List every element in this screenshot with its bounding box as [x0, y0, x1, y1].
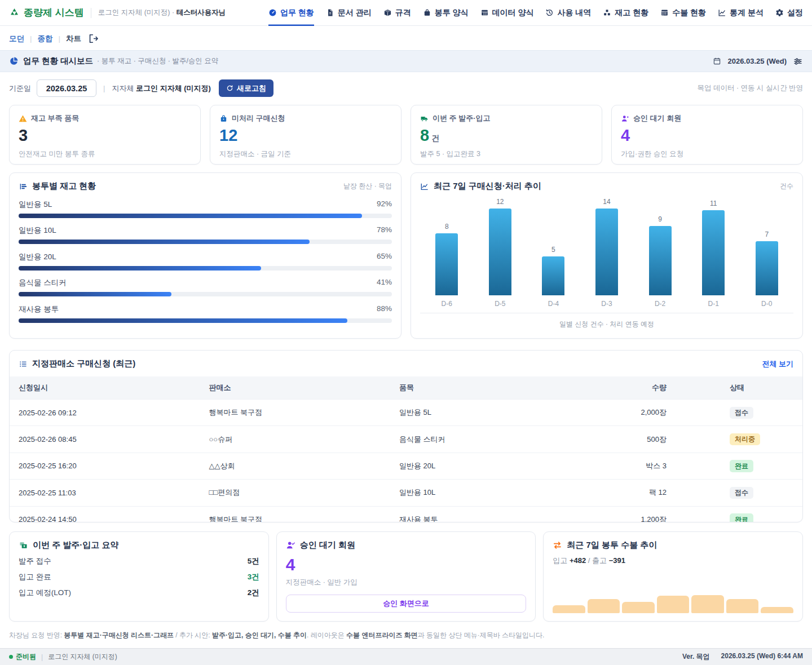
nav-item-bag-form[interactable]: 봉투 양식 [423, 0, 469, 26]
stock-row: 일반용 10L78% [19, 225, 392, 244]
trend-x-label: D-6 [420, 300, 474, 308]
trend-value-label: 7 [765, 230, 769, 238]
nav-item-document-management[interactable]: 문서 관리 [326, 0, 372, 26]
transfer-sparkline [553, 594, 793, 613]
app-logo[interactable]: 종량제 시스템 [9, 6, 84, 19]
stock-percent: 78% [377, 225, 392, 236]
recycle-icon [9, 7, 20, 18]
trend-value-label: 14 [603, 198, 610, 206]
footer-note: 차장님 요청 반영: 봉투별 재고·구매신청 리스트·그래프 / 추가 시안: … [9, 622, 803, 648]
sliders-icon[interactable] [793, 56, 803, 66]
status-badge: 완료 [730, 460, 753, 472]
stock-track [19, 266, 392, 271]
nav-item-data-form[interactable]: 데이터 양식 [480, 0, 534, 26]
transfer-bar [553, 605, 585, 613]
trend-value-label: 9 [658, 215, 662, 223]
swap-arrows-icon [553, 540, 562, 550]
cell-item: 일반용 5L [390, 400, 597, 426]
list-icon [19, 360, 28, 369]
truck-icon [420, 114, 429, 123]
transfer-title: 최근 7일 봉투 수불 추이 [567, 540, 657, 551]
org-label: 지자체 [112, 84, 134, 92]
view-separator: | [30, 34, 32, 43]
stat-card-title: 승인 대기 회원 [633, 113, 681, 123]
trend-bar [756, 241, 778, 295]
trend-x-label: D-4 [527, 300, 580, 308]
trend-unit-label: 건수 [780, 181, 793, 191]
nav-item-statistics[interactable]: 통계 분석 [718, 0, 764, 26]
stock-label: 일반용 10L [19, 225, 56, 236]
column-header: 상태 [676, 376, 802, 400]
table-header-row: 신청일시판매소품목수량상태 [10, 376, 802, 400]
org-info: 지자체 로그인 지자체 (미지정) [112, 83, 211, 94]
column-header: 신청일시 [10, 376, 200, 400]
user-check-icon [286, 540, 295, 550]
document-icon [326, 8, 334, 17]
header-divider [91, 8, 91, 18]
trend-caption: 일별 신청 건수 · 처리 연동 예정 [420, 320, 793, 329]
account-separator: · [170, 8, 176, 16]
account-info: 로그인 지자체 (미지정) · 테스터사용자님 [98, 8, 226, 17]
cell-item: 음식물 스티커 [390, 426, 597, 453]
cell-datetime: 2025-02-25 16:20 [10, 453, 200, 479]
base-date-input[interactable] [37, 79, 96, 97]
column-header: 판매소 [200, 376, 390, 400]
status-datetime: 2026.03.25 (Wed) 6:44 AM [721, 652, 803, 662]
ledger-icon [660, 8, 669, 17]
transfer-bar [726, 599, 759, 613]
nav-item-transfer-status[interactable]: 수불 현황 [660, 0, 706, 26]
view-link-modern[interactable]: 모던 [9, 34, 24, 44]
trend-bar [489, 209, 511, 295]
trend-column: 5 [527, 246, 580, 295]
cell-item: 재사용 봉투 [390, 506, 597, 522]
cell-store: ○○슈퍼 [200, 426, 390, 453]
cell-qty: 박스 3 [596, 453, 676, 479]
stock-bar [19, 214, 362, 218]
nav-item-usage-history[interactable]: 사용 내역 [545, 0, 591, 26]
table-row: 2025-02-24 14:50행복마트 북구점재사용 봉투1,200장완료 [10, 506, 802, 522]
view-link-chart[interactable]: 차트 [66, 34, 81, 44]
filter-divider: | [103, 84, 105, 92]
chart-panels: 봉투별 재고 현황 낱장 환산 · 목업 일반용 5L92%일반용 10L78%… [9, 172, 803, 339]
stock-bars: 일반용 5L92%일반용 10L78%일반용 20L65%음식물 스티커41%재… [19, 200, 392, 323]
inbox-icon [19, 540, 28, 550]
transfer-bar [622, 602, 655, 613]
cell-qty: 2,000장 [596, 400, 676, 426]
table-row: 2025-02-26 08:45○○슈퍼음식물 스티커500장처리중 [10, 426, 802, 453]
stat-card-title: 재고 부족 품목 [31, 113, 79, 123]
stock-row: 음식물 스티커41% [19, 278, 392, 296]
stat-card-weekly-orders: 이번 주 발주·입고8건발주 5 · 입고완료 3 [411, 105, 602, 165]
view-separator: | [59, 34, 61, 43]
dashboard-titlebar: 업무 현황 대시보드 · 봉투 재고 · 구매신청 · 발주/승인 요약 202… [0, 50, 812, 72]
userplus-icon [621, 114, 629, 123]
stock-percent: 41% [377, 278, 392, 288]
nav-item-settings[interactable]: 설정 [775, 0, 803, 26]
cell-qty: 팩 12 [596, 480, 676, 506]
purchase-table: 신청일시판매소품목수량상태 2025-02-26 09:12행복마트 북구점일반… [10, 376, 802, 522]
exit-button[interactable] [88, 33, 99, 44]
stat-card-value: 8건 [420, 127, 593, 144]
app-title: 종량제 시스템 [24, 6, 84, 19]
refresh-button[interactable]: 새로고침 [219, 79, 273, 97]
stat-card-value: 12 [219, 127, 392, 144]
stat-cards: 재고 부족 품목3안전재고 미만 봉투 종류미처리 구매신청12지정판매소 · … [9, 105, 803, 165]
page-subtitle: · 봉투 재고 · 구매신청 · 발주/승인 요약 [97, 56, 218, 66]
nav-item-inventory-status[interactable]: 재고 현황 [603, 0, 648, 26]
trend-chart: 8125149117 [420, 194, 793, 295]
nav-item-specification[interactable]: 규격 [383, 0, 411, 26]
trend-divider [420, 313, 793, 313]
view-link-combined[interactable]: 종합 [38, 34, 53, 44]
trend-bar [649, 226, 672, 295]
summary-label: 입고 완료 [19, 572, 51, 582]
transfer-bar [588, 599, 620, 613]
titlebar-right: 2026.03.25 (Wed) [713, 56, 803, 66]
logout-icon [88, 33, 99, 44]
approval-count: 4 [286, 556, 527, 573]
nav-item-work-status[interactable]: 업무 현황 [268, 0, 314, 26]
view-all-link[interactable]: 전체 보기 [762, 359, 793, 369]
trend-panel: 최근 7일 구매신청·처리 추이 건수 8125149117 D-6D-5D-4… [411, 172, 803, 339]
status-dot-icon [9, 655, 13, 659]
stat-card-desc: 가입·권한 승인 요청 [621, 149, 793, 159]
grid-icon [480, 8, 489, 17]
go-approval-button[interactable]: 승인 화면으로 [286, 595, 527, 613]
